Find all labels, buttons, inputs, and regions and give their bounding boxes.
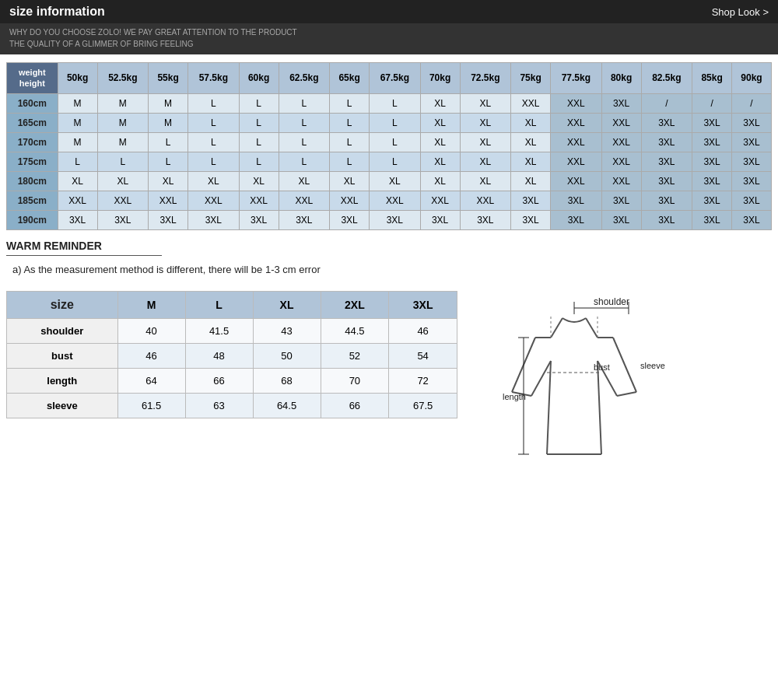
size-cell: M: [58, 93, 97, 113]
table-row: 160cmMMMLLLLLXLXLXXLXXL3XL///: [7, 93, 772, 113]
size-value-cell: 67.5: [389, 393, 457, 418]
size-cell: 3XL: [692, 171, 732, 191]
size-cell: L: [149, 152, 188, 171]
size-cell: L: [239, 93, 279, 113]
size-cell: XXL: [511, 93, 551, 113]
size-cell: /: [692, 93, 732, 113]
weight-table-container: weightheight50kg52.5kg55kg57.5kg60kg62.5…: [0, 54, 778, 233]
size-value-cell: 61.5: [117, 393, 185, 418]
subtitle-line2: THE QUALITY OF A GLIMMER OF BRING FEELIN…: [9, 38, 769, 50]
size-cell: XL: [279, 171, 330, 191]
size-cell: XXL: [58, 191, 97, 210]
height-cell: 180cm: [7, 171, 58, 191]
size-cell: XL: [420, 113, 460, 132]
size-cell: 3XL: [641, 132, 692, 152]
weight-header: 67.5kg: [370, 63, 421, 94]
weight-header: 57.5kg: [188, 63, 240, 94]
size-measurement-label: shoulder: [7, 318, 118, 343]
size-cell: XL: [370, 171, 421, 191]
size-cell: 3XL: [188, 210, 240, 229]
size-value-cell: 70: [321, 368, 389, 393]
svg-line-11: [613, 338, 636, 392]
table-row: sleeve61.56364.56667.5: [7, 393, 457, 418]
size-column-header: M: [117, 291, 185, 318]
table-row: 185cmXXLXXLXXLXXLXXLXXLXXLXXLXXLXXL3XL3X…: [7, 191, 772, 210]
size-cell: L: [370, 113, 421, 132]
size-value-cell: 54: [389, 343, 457, 368]
weight-header: 52.5kg: [97, 63, 149, 94]
size-cell: 3XL: [511, 210, 551, 229]
size-value-cell: 46: [389, 318, 457, 343]
size-cell: XXL: [188, 191, 240, 210]
size-cell: XL: [97, 171, 149, 191]
svg-line-4: [551, 318, 562, 338]
svg-line-5: [586, 318, 598, 338]
warm-reminder-title: WARM REMINDER: [6, 240, 162, 256]
size-column-header: 2XL: [321, 291, 389, 318]
size-value-cell: 68: [253, 368, 321, 393]
size-cell: M: [58, 113, 97, 132]
weight-height-table: weightheight50kg52.5kg55kg57.5kg60kg62.5…: [6, 62, 772, 230]
size-cell: 3XL: [239, 210, 279, 229]
weight-header: 85kg: [692, 63, 732, 94]
size-cell: L: [279, 113, 330, 132]
table-row: bust4648505254: [7, 343, 457, 368]
size-cell: 3XL: [641, 152, 692, 171]
size-cell: 3XL: [279, 210, 330, 229]
svg-line-14: [547, 361, 551, 454]
table-row: 170cmMMLLLLLLXLXLXLXXLXXL3XL3XL3XL: [7, 132, 772, 152]
size-cell: 3XL: [732, 132, 772, 152]
svg-line-10: [531, 361, 551, 396]
weight-header: 65kg: [330, 63, 370, 94]
size-cell: 3XL: [551, 191, 602, 210]
size-cell: XL: [149, 171, 188, 191]
size-cell: XL: [511, 132, 551, 152]
size-cell: L: [330, 113, 370, 132]
size-cell: XXL: [551, 93, 602, 113]
weight-header: 60kg: [239, 63, 279, 94]
size-column-header: 3XL: [389, 291, 457, 318]
size-cell: XXL: [239, 191, 279, 210]
table-row: length6466687072: [7, 368, 457, 393]
svg-text:shoulder: shoulder: [594, 296, 629, 307]
svg-line-12: [617, 392, 636, 396]
size-cell: XXL: [370, 191, 421, 210]
size-cell: L: [330, 132, 370, 152]
garment-diagram: shoulder: [473, 291, 691, 493]
weight-header: 90kg: [732, 63, 772, 94]
size-value-cell: 66: [185, 368, 253, 393]
size-cell: L: [370, 152, 421, 171]
page-title: size information: [9, 5, 105, 19]
size-cell: M: [149, 113, 188, 132]
size-cell: /: [732, 93, 772, 113]
size-cell: XL: [420, 132, 460, 152]
height-cell: 160cm: [7, 93, 58, 113]
size-cell: L: [330, 152, 370, 171]
size-cell: XXL: [330, 191, 370, 210]
size-value-cell: 41.5: [185, 318, 253, 343]
size-section: sizeMLXL2XL3XLshoulder4041.54344.546bust…: [0, 286, 778, 498]
size-cell: XXL: [551, 132, 602, 152]
size-cell: XXL: [551, 152, 602, 171]
size-cell: XXL: [97, 191, 149, 210]
size-cell: XL: [239, 171, 279, 191]
size-cell: XL: [511, 171, 551, 191]
table-row: shoulder4041.54344.546: [7, 318, 457, 343]
size-cell: 3XL: [732, 171, 772, 191]
size-cell: L: [188, 113, 240, 132]
size-cell: XL: [420, 93, 460, 113]
weight-header: 75kg: [511, 63, 551, 94]
size-cell: XL: [420, 171, 460, 191]
size-cell: 3XL: [58, 210, 97, 229]
size-cell: L: [239, 113, 279, 132]
size-cell: 3XL: [370, 210, 421, 229]
size-cell: XL: [460, 93, 511, 113]
table-row: 175cmLLLLLLLLXLXLXLXXLXXL3XL3XL3XL: [7, 152, 772, 171]
size-value-cell: 63: [185, 393, 253, 418]
shop-look-link[interactable]: Shop Look >: [712, 6, 769, 18]
size-cell: XXL: [460, 191, 511, 210]
size-cell: 3XL: [149, 210, 188, 229]
size-cell: 3XL: [692, 113, 732, 132]
size-cell: M: [58, 132, 97, 152]
size-measurement-label: sleeve: [7, 393, 118, 418]
